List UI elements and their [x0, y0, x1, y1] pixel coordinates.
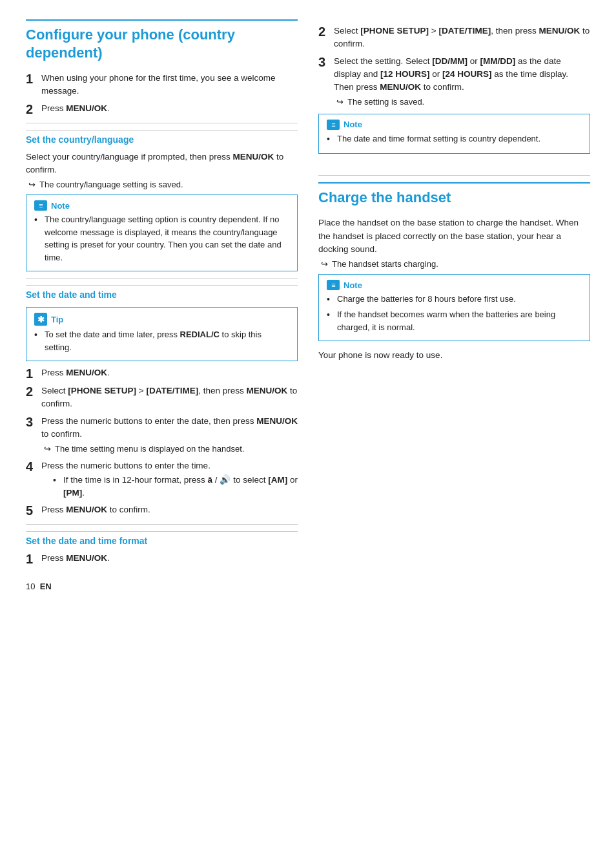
- set-date-time-section: Set the date and time ✱ Tip • To set the…: [26, 285, 298, 518]
- divider-3: [26, 524, 298, 525]
- note-icon-1: ≡: [34, 200, 47, 211]
- charge-footer: Your phone is now ready to use.: [318, 349, 590, 362]
- date-step-num-4: 4: [26, 459, 37, 474]
- date-step-content-3: Press the numeric buttons to enter the d…: [41, 415, 298, 456]
- format-note-bullet: • The date and time format setting is co…: [327, 132, 582, 146]
- charge-note-bullet-2: • If the handset becomes warm when the b…: [327, 308, 582, 333]
- format-step-content-3: Select the setting. Select [DD/MM] or [M…: [334, 55, 590, 109]
- right-column: 2 Select [PHONE SETUP] > [DATE/TIME], th…: [318, 19, 590, 591]
- format-step-3: 3 Select the setting. Select [DD/MM] or …: [318, 55, 590, 109]
- note-header-1: ≡ Note: [34, 200, 289, 211]
- charge-handset-arrow: ↪ The handset starts charging.: [321, 259, 590, 269]
- country-language-title: Set the country/language: [26, 130, 298, 147]
- charge-handset-desc: Place the handset on the base station to…: [318, 216, 590, 256]
- note-bullet-1: • The country/language setting option is…: [34, 213, 289, 264]
- step-content-1: When using your phone for the first time…: [41, 72, 298, 98]
- format-note: ≡ Note • The date and time format settin…: [318, 114, 590, 154]
- set-date-time-format-title: Set the date and time format: [26, 531, 298, 548]
- date-step-content-1: Press MENU/OK.: [41, 366, 298, 379]
- country-language-note: ≡ Note • The country/language setting op…: [26, 194, 298, 271]
- date-step-1: 1 Press MENU/OK.: [26, 366, 298, 381]
- date-step-3-arrow: ↪ The time setting menu is displayed on …: [44, 443, 298, 456]
- date-step-4: 4 Press the numeric buttons to enter the…: [26, 459, 298, 500]
- set-date-time-format-section: Set the date and time format 1 Press MEN…: [26, 531, 298, 566]
- format-step-content-1: Press MENU/OK.: [41, 552, 298, 565]
- tip-icon: ✱: [34, 313, 47, 326]
- configure-section: Configure your phone (country dependent)…: [26, 19, 298, 116]
- format-step-content-2: Select [PHONE SETUP] > [DATE/TIME], then…: [334, 25, 590, 51]
- country-language-arrow: ↪ The country/language setting is saved.: [28, 180, 298, 189]
- country-language-desc: Select your country/language if prompted…: [26, 151, 298, 177]
- step-num-1: 1: [26, 72, 37, 86]
- step-num-2: 2: [26, 102, 37, 116]
- format-step-3-arrow: ↪ The setting is saved.: [336, 96, 590, 109]
- date-step-num-3: 3: [26, 415, 37, 429]
- date-step-num-1: 1: [26, 366, 37, 381]
- date-step-3: 3 Press the numeric buttons to enter the…: [26, 415, 298, 456]
- left-column: Configure your phone (country dependent)…: [26, 19, 298, 591]
- tip-bullet: • To set the date and time later, press …: [34, 328, 289, 353]
- format-note-header: ≡ Note: [327, 120, 582, 130]
- date-step-num-5: 5: [26, 503, 37, 518]
- page-number: 10 EN: [26, 582, 298, 591]
- format-step-1: 1 Press MENU/OK.: [26, 552, 298, 566]
- date-step-2: 2 Select [PHONE SETUP] > [DATE/TIME], th…: [26, 384, 298, 411]
- format-steps-cont: 2 Select [PHONE SETUP] > [DATE/TIME], th…: [318, 25, 590, 154]
- date-step-content-4: Press the numeric buttons to enter the t…: [41, 459, 298, 500]
- set-date-time-title: Set the date and time: [26, 285, 298, 302]
- charge-note: ≡ Note • Charge the batteries for 8 hour…: [318, 274, 590, 341]
- date-step-num-2: 2: [26, 384, 37, 399]
- format-step-num-2: 2: [318, 25, 330, 39]
- date-step-content-2: Select [PHONE SETUP] > [DATE/TIME], then…: [41, 384, 298, 411]
- divider-2: [26, 278, 298, 279]
- step-content-2: Press MENU/OK.: [41, 102, 298, 115]
- intro-step-1: 1 When using your phone for the first ti…: [26, 72, 298, 98]
- tip-box: ✱ Tip • To set the date and time later, …: [26, 307, 298, 361]
- divider-right-1: [318, 175, 590, 176]
- format-note-icon: ≡: [327, 120, 340, 130]
- intro-step-2: 2 Press MENU/OK.: [26, 102, 298, 116]
- date-step-content-5: Press MENU/OK to confirm.: [41, 503, 298, 516]
- tip-header: ✱ Tip: [34, 313, 289, 326]
- charge-note-bullet-1: • Charge the batteries for 8 hours befor…: [327, 293, 582, 306]
- format-step-2: 2 Select [PHONE SETUP] > [DATE/TIME], th…: [318, 25, 590, 51]
- date-step-4-sub: • If the time is in 12-hour format, pres…: [53, 474, 298, 500]
- country-language-section: Set the country/language Select your cou…: [26, 130, 298, 272]
- date-step-5: 5 Press MENU/OK to confirm.: [26, 503, 298, 518]
- format-step-num-1: 1: [26, 552, 37, 566]
- charge-handset-title: Charge the handset: [318, 182, 590, 211]
- charge-handset-section: Charge the handset Place the handset on …: [318, 182, 590, 363]
- charge-note-icon: ≡: [327, 280, 340, 290]
- charge-note-header: ≡ Note: [327, 280, 582, 290]
- divider-1: [26, 123, 298, 123]
- configure-title: Configure your phone (country dependent): [26, 19, 298, 65]
- format-step-num-3: 3: [318, 55, 330, 69]
